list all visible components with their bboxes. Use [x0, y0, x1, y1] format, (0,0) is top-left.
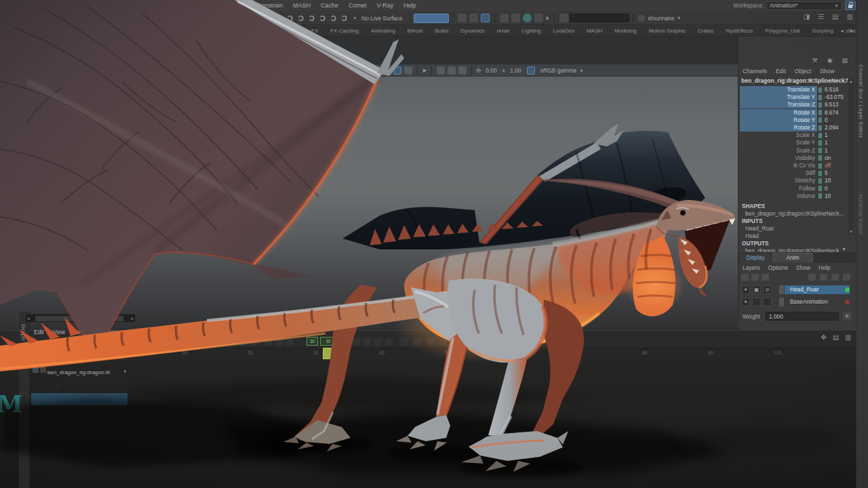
channel-rotate-x[interactable]: Rotate X8.674	[738, 109, 850, 117]
outputs-collapse-icon[interactable]: ▼	[842, 247, 846, 251]
layer-icon-3[interactable]	[762, 274, 769, 281]
ge-tool-icon[interactable]	[427, 338, 435, 346]
ge-tool-icon[interactable]	[180, 338, 188, 346]
tab-anim[interactable]: Anim	[772, 253, 813, 262]
shelf-tab[interactable]: Bifrost	[401, 28, 429, 34]
vp-icon-camera[interactable]: ✥	[357, 67, 363, 74]
shelf-tab[interactable]: Polygons_Usit	[759, 28, 806, 34]
ge-tool-icon[interactable]	[170, 338, 177, 346]
cb-section-item[interactable]: ben_dragon_rig:dragon:IKSplineNeck...	[745, 210, 844, 217]
shelf-tab[interactable]: Animating	[365, 28, 401, 34]
ge-menu-keys[interactable]: Keys	[126, 329, 139, 336]
ge-menu-tangents[interactable]: Tangents	[147, 329, 171, 336]
frame-field-1[interactable]: 30	[307, 337, 318, 346]
layer-icon-5[interactable]	[820, 274, 827, 281]
ge-outliner-row-selected[interactable]	[31, 393, 127, 405]
layer-icon-4[interactable]	[808, 274, 816, 281]
tab-attribute-editor[interactable]: Attribute Editor	[858, 194, 864, 235]
channel-volume[interactable]: Volume10	[738, 192, 850, 200]
ge-tool-icon[interactable]	[217, 338, 224, 346]
tab-channel-box[interactable]: Channel Box / Layer Editor	[858, 64, 864, 138]
selection-field[interactable]	[414, 14, 449, 23]
channel-translate-z[interactable]: Translate Z9.513	[738, 101, 850, 108]
lock-icon[interactable]: ⬚	[263, 14, 269, 22]
vp-icon-light2[interactable]	[382, 66, 391, 75]
channel-ik-cv-vis[interactable]: Ik Cv Visoff	[738, 162, 850, 169]
menu-item-anim[interactable]: Anim	[233, 2, 247, 9]
sidebar-toggle-4[interactable]: ▥	[847, 13, 853, 20]
vp-icon-film2[interactable]	[448, 66, 456, 75]
layer-icon-1[interactable]	[741, 274, 749, 281]
vp-icon-light1[interactable]	[372, 66, 380, 75]
vp-icon-image[interactable]	[458, 66, 467, 75]
rp-icon-3[interactable]: ▧	[842, 57, 848, 64]
ge-tool-icon[interactable]	[450, 338, 458, 346]
cb-menu-channels[interactable]: Channels	[743, 68, 767, 75]
shelf-tab[interactable]: Modeling	[608, 28, 642, 34]
ge-tool-icon[interactable]	[385, 338, 393, 346]
shelf-tab[interactable]: LookDev	[547, 28, 581, 34]
current-frame-marker[interactable]	[323, 348, 333, 359]
field-icon[interactable]	[559, 14, 568, 22]
panel-icon-1[interactable]: ▤	[833, 333, 839, 341]
frame-field-2[interactable]: 30	[320, 337, 336, 346]
shelf-scroll-arrows[interactable]: ◂ ▸	[841, 28, 856, 34]
command-input[interactable]	[570, 14, 629, 22]
weight-field[interactable]: 1.000	[766, 312, 839, 321]
ge-tool-icon[interactable]	[353, 338, 360, 346]
vp-icon-select[interactable]: ⊠	[351, 67, 356, 74]
shelf-tab[interactable]: FX Caching	[324, 28, 365, 34]
ge-tool-icon[interactable]	[439, 338, 447, 346]
pause-icon[interactable]: ⏸	[546, 14, 549, 22]
cb-menu-object[interactable]: Object	[795, 68, 812, 75]
ge-tool-icon[interactable]	[275, 338, 283, 346]
shelf-tab[interactable]: Motion Graphic	[643, 28, 692, 34]
ge-tool-icon[interactable]	[286, 338, 294, 346]
menu-item-mash[interactable]: MASH	[293, 2, 311, 9]
ge-tool-icon[interactable]	[191, 338, 199, 346]
ge-search-field[interactable]: ▾	[31, 350, 126, 359]
cb-menu-show[interactable]: Show	[820, 68, 834, 75]
vp-icon-gamma[interactable]: ◖	[502, 67, 505, 74]
vp-icon-colormgmt[interactable]	[527, 66, 535, 75]
vp-icon-exposure[interactable]: ✣	[476, 67, 481, 74]
ge-tool-icon[interactable]	[264, 338, 272, 346]
menu-item-comet[interactable]: Comet	[349, 2, 367, 9]
ge-menu-curves[interactable]: Curves	[99, 329, 117, 336]
vp-icon-film1[interactable]	[437, 66, 445, 75]
sidebar-toggle-3[interactable]: ▤	[832, 13, 838, 20]
ge-outliner-row[interactable]: …	[31, 377, 127, 388]
ge-outliner-row[interactable]: ben_dragon_rig:dragon:IK ▴	[31, 365, 127, 375]
ge-tool-icon[interactable]	[414, 338, 421, 346]
viewport-3d[interactable]	[0, 77, 738, 330]
cb-menu-edit[interactable]: Edit	[776, 68, 786, 75]
channel-rotate-y[interactable]: Rotate Y0	[738, 117, 850, 124]
layer-row-BaseAnimation[interactable]: ✦BaseAnimation	[740, 296, 855, 308]
pin-icon[interactable]: ✥	[821, 333, 826, 341]
channel-scale-y[interactable]: Scale Y1	[738, 139, 850, 146]
channel-stretchy[interactable]: Stretchy10	[738, 177, 850, 184]
layer-icon-2[interactable]	[751, 274, 759, 281]
vp-icon-shaded[interactable]	[393, 66, 401, 75]
channel-visibility[interactable]: Visibilityon	[738, 155, 850, 162]
le-menu-options[interactable]: Options	[768, 264, 788, 271]
ge-menu-view[interactable]: View	[53, 329, 65, 336]
cb-section-item[interactable]: Head_Roar	[745, 225, 774, 232]
shelf-tab[interactable]: Scripting	[806, 28, 840, 34]
channel-scale-z[interactable]: Scale Z1	[738, 147, 850, 155]
ge-tool-icon[interactable]	[250, 338, 257, 346]
panel-icon-2[interactable]: ▥	[845, 333, 851, 341]
ge-tool-icon[interactable]	[461, 338, 469, 346]
vp-gamma-value[interactable]: 1.00	[510, 67, 521, 74]
lock-workspace-icon[interactable]	[845, 1, 856, 10]
channel-translate-x[interactable]: Translate X6.516	[738, 86, 850, 94]
ge-menu-select[interactable]: Select	[74, 329, 90, 336]
ge-tool-icon[interactable]	[202, 338, 210, 346]
tab-display[interactable]: Display	[740, 253, 771, 262]
sidebar-toggle-1[interactable]: ◨	[804, 13, 810, 20]
channel-stiff[interactable]: Stiff5	[738, 169, 850, 177]
rp-icon-2[interactable]: ◉	[827, 57, 833, 64]
menu-item-v-ray[interactable]: V-Ray	[377, 2, 394, 9]
channel-translate-y[interactable]: Translate Y-63.075	[738, 94, 850, 101]
grid-icon[interactable]: ▦	[272, 14, 278, 22]
